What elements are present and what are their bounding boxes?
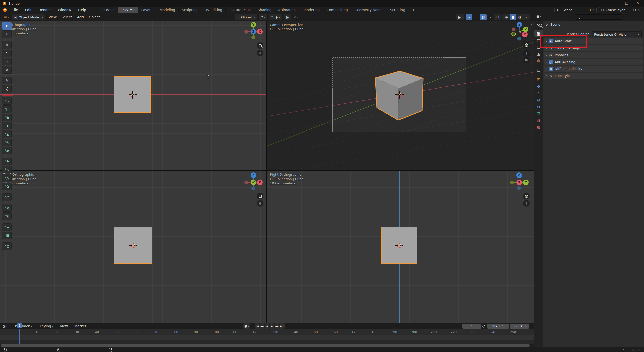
- gizmo-dropdown[interactable]: ▾: [473, 14, 478, 20]
- sidebar-collapse-chevron[interactable]: ‹: [531, 22, 533, 27]
- show-overlays-button[interactable]: ◍: [480, 14, 487, 20]
- material-shading-button[interactable]: ◑: [516, 14, 523, 20]
- workspace-tab[interactable]: Texture Paint: [226, 7, 254, 13]
- scene-name[interactable]: Scene: [563, 8, 585, 12]
- playhead-frame-badge[interactable]: 1: [17, 323, 22, 328]
- toolbar-tool-button[interactable]: ✎: [2, 77, 12, 84]
- snap-toggle-button[interactable]: Ω: [270, 14, 274, 20]
- toolbar-tool-button[interactable]: ⁺♣: [2, 158, 12, 165]
- drag-handle-icon[interactable]: ∷∷: [637, 60, 641, 64]
- show-gizmo-button[interactable]: ➢: [466, 14, 472, 20]
- properties-tab[interactable]: ⚙: [534, 83, 543, 90]
- viewport-menu-item[interactable]: Select: [59, 15, 75, 19]
- zoom-button[interactable]: +: [523, 193, 530, 199]
- viewport-front-orthographic[interactable]: Front Orthographic (1) Collection | Cube…: [0, 171, 266, 323]
- drag-handle-icon[interactable]: ∷∷: [637, 67, 641, 70]
- close-icon[interactable]: ✕: [592, 8, 595, 12]
- xray-toggle-button[interactable]: ❐: [494, 14, 501, 20]
- viewport-camera-perspective[interactable]: Camera Perspective (1) Collection | Cube…: [267, 21, 534, 170]
- scrollbar-thumb[interactable]: [1, 344, 530, 347]
- gizmo-axis-y[interactable]: Y: [523, 180, 529, 185]
- properties-tab[interactable]: ◰: [534, 76, 543, 83]
- workspace-tab[interactable]: Scripting: [387, 7, 409, 13]
- transport-button[interactable]: ◆▶: [275, 323, 280, 329]
- render-panel-row[interactable]: › ▨ Diffuse Radiosity ∷∷: [544, 66, 643, 72]
- pivot-point-dropdown[interactable]: ⊙ ▾: [259, 14, 267, 20]
- viewport-menu-item[interactable]: Add: [75, 15, 86, 19]
- gizmo-axis-z-neg[interactable]: [251, 186, 255, 190]
- navigation-gizmo[interactable]: Y X Z: [243, 21, 264, 42]
- viewport-menu-item[interactable]: Object: [86, 15, 102, 19]
- toolbar-tool-button[interactable]: ⁺▱: [2, 97, 12, 105]
- transport-button[interactable]: ▶❙: [280, 323, 285, 329]
- expand-chevron-icon[interactable]: ›: [546, 67, 547, 71]
- overlays-dropdown[interactable]: ▾: [487, 14, 493, 20]
- toolbar-tool-button[interactable]: ∡: [2, 85, 12, 93]
- copy-icon[interactable]: ❏: [633, 8, 636, 12]
- gizmo-axis-z-neg[interactable]: [517, 186, 521, 190]
- pan-button[interactable]: ✌: [523, 200, 530, 207]
- add-workspace-button[interactable]: +: [409, 7, 418, 13]
- render-panel-row[interactable]: › ✎ Freestyle ∷∷: [544, 73, 643, 79]
- visibility-dropdown[interactable]: ◉ ▾: [456, 14, 464, 20]
- timeline-ruler[interactable]: 10 20 30 40 50 60 70 80 90 100 110 120 1…: [0, 329, 534, 335]
- minimize-button[interactable]: –: [609, 0, 621, 7]
- toolbar-tool-button[interactable]: ⁺◻: [2, 242, 12, 250]
- editor-type-button[interactable]: ⊞ ▾: [2, 14, 11, 20]
- toolbar-tool-button[interactable]: ⁺●: [2, 114, 12, 121]
- properties-tab[interactable]: ▽: [534, 110, 543, 117]
- gizmo-axis-x-neg[interactable]: [244, 181, 248, 184]
- workspace-tab[interactable]: Sculpting: [179, 7, 201, 13]
- gizmo-axis-z[interactable]: Z: [251, 172, 256, 178]
- properties-tab[interactable]: ∴: [534, 90, 543, 97]
- gizmo-axis-y[interactable]: -Y: [251, 180, 256, 185]
- topbar-menu-item[interactable]: Edit: [22, 7, 35, 13]
- expand-chevron-icon[interactable]: ›: [546, 39, 547, 43]
- timeline-menu-item[interactable]: Marker▾: [72, 323, 89, 329]
- timeline-menu-item[interactable]: Keying▾: [37, 323, 56, 329]
- toolbar-tool-button[interactable]: ✜: [2, 30, 12, 38]
- properties-tab[interactable]: ⊚: [534, 97, 543, 103]
- viewport-top-orthographic[interactable]: Top Orthographic (1) Collection | Cube 1…: [0, 21, 266, 170]
- transport-button[interactable]: ◀◆: [260, 323, 265, 329]
- wireframe-shading-button[interactable]: ⊕: [503, 14, 510, 20]
- topbar-menu-item[interactable]: Render: [35, 7, 54, 13]
- render-panel-row[interactable]: › ▶ Auto Start ∷∷: [544, 38, 643, 44]
- navigation-gizmo[interactable]: Z Y X: [509, 172, 530, 193]
- frame-start-field[interactable]: Start 1: [487, 324, 509, 329]
- properties-editor-type-button[interactable]: ☰ ▾: [534, 13, 544, 20]
- current-frame-field[interactable]: 1: [462, 324, 481, 329]
- toolbar-tool-button[interactable]: ✥: [2, 41, 12, 49]
- toolbar-tool-button[interactable]: ⁺▲: [2, 130, 12, 138]
- toolbar-tool-button[interactable]: ⁺◖: [2, 212, 12, 220]
- pin-icon[interactable]: [539, 24, 542, 27]
- toolbar-tool-button[interactable]: ⁺∿: [2, 166, 12, 173]
- workspace-tab[interactable]: Compositing: [323, 7, 351, 13]
- timeline-editor-type-button[interactable]: ◷ ▾: [0, 323, 10, 329]
- workspace-tab[interactable]: Shading: [254, 7, 275, 13]
- playhead-line[interactable]: [19, 329, 20, 344]
- snap-settings-dropdown[interactable]: ⋕ ▾: [274, 14, 281, 20]
- toolbar-tool-button[interactable]: ◈: [2, 66, 12, 74]
- stopwatch-icon[interactable]: ◔: [482, 324, 485, 328]
- gizmo-axis-z[interactable]: Z: [516, 172, 522, 178]
- toolbar-tool-button[interactable]: ⁺▰: [2, 147, 12, 154]
- transport-button[interactable]: ▶: [270, 323, 275, 329]
- properties-tab[interactable]: ◑: [534, 117, 543, 124]
- gizmo-axis-y[interactable]: Y: [251, 22, 256, 27]
- toolbar-tool-button[interactable]: ⁺▦: [2, 232, 12, 239]
- expand-chevron-icon[interactable]: ›: [546, 53, 547, 57]
- toolbar-tool-button[interactable]: ↗: [2, 58, 12, 65]
- navigation-gizmo[interactable]: Z Y X: [508, 21, 531, 44]
- render-panel-row[interactable]: › ⚙ Global Settings ∷∷: [544, 45, 643, 51]
- cube-object[interactable]: [114, 227, 152, 264]
- render-panel-row[interactable]: › ◯ Anti-Aliasing ∷∷: [544, 59, 643, 65]
- zoom-button[interactable]: +: [523, 42, 530, 48]
- transport-button[interactable]: ❙◀: [255, 323, 260, 329]
- panel-icon[interactable]: ⁂: [549, 53, 553, 57]
- drag-handle-icon[interactable]: ∷∷: [637, 53, 641, 57]
- expand-chevron-icon[interactable]: ›: [546, 46, 547, 50]
- viewport-menu-item[interactable]: View: [46, 15, 59, 19]
- properties-tab[interactable]: ▢: [534, 66, 543, 73]
- gizmo-axis-z[interactable]: Z: [251, 29, 256, 34]
